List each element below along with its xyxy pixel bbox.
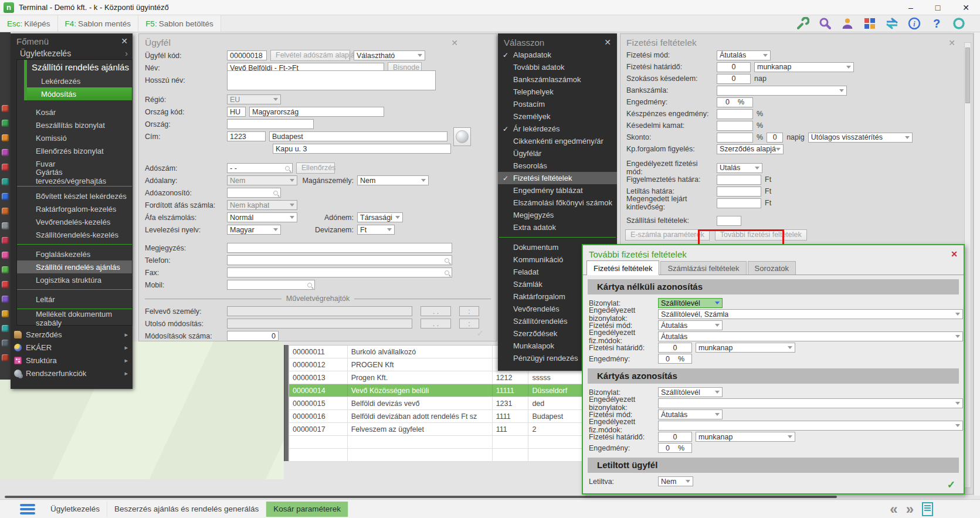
dock-app-icon[interactable] [2,149,9,156]
dock-app-icon[interactable] [2,281,9,288]
kn-engedelyezett-fizmodok-select[interactable]: Átutalás [658,331,963,341]
menu-item[interactable]: Szállítói rendelés ajánlás [17,260,132,273]
kesedelmi-kamat-input[interactable] [717,121,753,131]
ellenorzes-button[interactable]: Ellenőrzés [296,162,335,174]
felvevo-szemely-input[interactable]: : [459,306,479,316]
eszamla-parameterek-button[interactable]: E-számla paraméterek [625,229,710,241]
ugyfel-kod-input[interactable]: 00000018 [227,50,267,60]
table-row[interactable]: 00000013 Progen Kft. 1212 sssss [289,371,593,384]
panel-scrollbar[interactable] [964,42,971,488]
telefon-input[interactable] [227,255,452,265]
dock-app-icon[interactable] [2,325,9,332]
dock-app-icon[interactable] [2,193,9,200]
shortcut-button[interactable]: F4: Sablon mentés [58,15,139,32]
close-icon[interactable]: ✕ [951,249,958,259]
table-row[interactable] [289,436,593,449]
ugyfel-kod-select[interactable]: Választható [354,50,425,60]
menu-item[interactable]: Szállítórendelés-kezelés [17,228,132,241]
adoazonosito-input[interactable] [227,188,281,198]
k-fizetesi-mod-select[interactable]: Átutalás [658,409,723,419]
dock-app-icon[interactable] [2,340,9,347]
dock-app-icon[interactable] [2,178,9,185]
choose-item[interactable]: ✓ Fizetési feltételek [498,172,617,184]
previous-record-icon[interactable]: « [890,502,897,516]
table-row[interactable]: 00000014 Vevő Közösségen belüli 11111 Dü… [289,384,593,397]
close-icon[interactable]: ✕ [948,38,955,48]
table-splitter[interactable] [284,345,289,461]
afa-elszamolas-select[interactable]: Normál [227,212,297,222]
active-submenu-header[interactable]: Szállítói rendelés ajánlás [27,60,132,75]
megengedett-lejart-kintlevoseg-input[interactable] [717,198,761,208]
menu-item[interactable]: EKÁER ▸ [11,341,133,354]
felvevo-szemely-input[interactable] [227,306,412,316]
adoszam-input[interactable]: - - [227,163,293,173]
choose-item[interactable]: Személyek [498,110,617,123]
adoalany-select[interactable]: Nem [357,175,429,185]
menu-item[interactable]: Logisztika struktúra [17,273,132,286]
sidebar-item-ugyletkezeles[interactable]: Ügyletkezelés › [11,48,133,59]
table-row[interactable]: 00000017 Felveszem az ügyfelet 111 2 [289,423,593,436]
dock-app-icon[interactable] [2,164,9,171]
menu-item[interactable]: Raktárforgalom-kezelés [17,202,132,215]
menu-item[interactable]: Foglaláskezelés [17,248,132,260]
utolso-modositas-input[interactable] [227,319,412,329]
transfer-icon[interactable] [885,16,899,31]
skonto-input[interactable]: 0 [767,133,783,143]
forditott-afas-szamla-select[interactable]: Nem kaphat [227,200,297,210]
dock-app-icon[interactable] [2,310,9,317]
close-icon[interactable]: ✕ [604,38,611,47]
table-row[interactable]: 00000015 Belföldi devizás vevő 1231 ded [289,397,593,410]
cim-input[interactable]: Budapest [269,131,447,141]
next-record-icon[interactable]: » [906,502,914,516]
kn-engedmeny-input[interactable]: 0% [658,354,692,364]
letiltas-hatara-input[interactable] [717,187,761,197]
k-engedmeny-input[interactable]: 0% [658,443,692,453]
maximize-button[interactable]: □ [935,3,940,12]
table-row[interactable]: 00000016 Belföldi devizában adott rendel… [289,410,593,423]
menu-item[interactable]: Bővített készlet lekérdezés [17,189,132,202]
levelezesi-nyelv-select[interactable]: Magyar [227,225,281,235]
k-fizetesi-hatarido-select[interactable]: munkanap [696,432,795,442]
megjegyzes-input[interactable] [227,243,452,253]
orszag-kod-input[interactable]: HU [227,107,246,117]
kn-fizetesi-hatarido-input[interactable]: 0 [658,343,692,353]
minimize-button[interactable]: – [908,3,913,12]
szallitasi-feltetelek-input[interactable] [717,216,741,226]
menu-item[interactable]: Beszállítás bizonylat [17,119,132,131]
engedmeny-input[interactable]: 0% [717,97,753,107]
dock-app-icon[interactable] [2,296,9,303]
menu-item[interactable]: Szerződés ▸ [11,328,133,341]
afa-elszamolas-select[interactable]: Társasági [357,212,403,222]
menu-item[interactable]: Gyártás tervezés/végrehajtás [17,170,132,183]
choose-item[interactable]: Cikkenkénti engedmény/ár [498,135,617,147]
fizetesi-hatarido-select[interactable]: munkanap [754,62,854,72]
menu-item[interactable]: Leltár [17,293,132,306]
submenu-item[interactable]: Módosítás [27,87,132,100]
confirm-check-icon[interactable]: ✓ [947,479,955,491]
kn-bizonylat-select[interactable]: Szállítólevél [658,298,723,308]
fizetesi-mod-select[interactable]: Átutalás [717,50,771,60]
dialog-tab[interactable]: Fizetési feltételek [586,260,659,275]
dock-app-icon[interactable] [2,120,9,127]
modositasok-szama-input[interactable]: 0 [227,331,279,341]
scrollbar-thumb[interactable] [965,48,970,103]
figyelmeztetes-hatara-input[interactable] [717,175,761,185]
dialog-tab[interactable]: Sorozatok [748,261,796,275]
regio-select[interactable]: EU [227,94,281,104]
submenu-item[interactable]: Lekérdezés [27,75,132,87]
info-icon[interactable]: i [907,16,921,31]
dock-app-icon[interactable] [2,266,9,273]
dock-app-icon[interactable] [2,105,9,112]
menu-item[interactable]: Komissió [17,131,132,144]
close-button[interactable]: ✕ [962,3,969,12]
menu-item[interactable]: Ellenőrzés bizonylat [17,144,132,157]
choose-item[interactable]: ✓ Alapadatok [498,49,617,61]
fizetesi-hatarido-input[interactable]: 0 [717,62,751,72]
hamburger-menu-icon[interactable] [20,504,35,514]
cim-utca-input[interactable]: Kapu u. 3 [273,144,451,154]
dialog-tab[interactable]: Számlázási feltételek [660,261,746,275]
levelezesi-nyelv-select[interactable]: Ft [357,225,395,235]
choose-item[interactable]: Telephelyek [498,86,617,98]
choose-item[interactable]: Megjegyzés [498,209,617,221]
menu-item[interactable]: Struktúra ▸ [11,354,133,367]
